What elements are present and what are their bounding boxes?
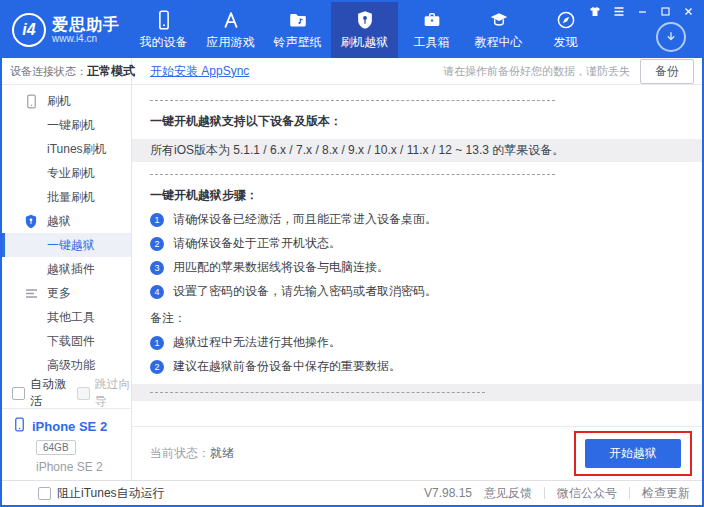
sidebar-item-advanced-features[interactable]: 高级功能: [2, 353, 131, 377]
app-window: i4 爱思助手 www.i4.cn 我的设备 应用游戏: [0, 0, 704, 507]
nav-tutorial-center[interactable]: 教程中心: [465, 2, 532, 58]
start-jailbreak-button[interactable]: 开始越狱: [585, 439, 681, 468]
jailbreak-step: 4 设置了密码的设备，请先输入密码或者取消密码。: [150, 283, 702, 300]
supported-devices-title: 一键开机越狱支持以下设备及版本：: [150, 113, 702, 130]
sidebar-item-pro-flash[interactable]: 专业刷机: [2, 161, 131, 185]
dashed-separator: [150, 392, 485, 393]
jailbreak-step: 3 用匹配的苹果数据线将设备与电脑连接。: [150, 259, 702, 276]
step-text: 请确保设备处于正常开机状态。: [173, 235, 341, 252]
close-button[interactable]: [683, 6, 694, 17]
toolbox-icon: [421, 9, 443, 31]
sidebar-item-label: 更多: [47, 285, 71, 302]
sidebar-item-other-tools[interactable]: 其他工具: [2, 305, 131, 329]
note-item: 1 越狱过程中无法进行其他操作。: [150, 334, 702, 351]
ringtone-folder-icon: [287, 9, 309, 31]
check-update-link[interactable]: 检查更新: [642, 485, 690, 502]
sidebar-item-download-firmware[interactable]: 下载固件: [2, 329, 131, 353]
download-manager-button[interactable]: [656, 22, 686, 52]
skip-wizard-label: 跳过向导: [95, 376, 132, 410]
note-text: 建议在越狱前备份设备中保存的重要数据。: [173, 358, 401, 375]
backup-notice-text: 请在操作前备份好您的数据，谨防丢失: [443, 64, 630, 79]
graduation-cap-icon: [488, 9, 510, 31]
skip-wizard-checkbox[interactable]: [77, 387, 90, 400]
sidebar-menu: 刷机 一键刷机 iTunes刷机 专业刷机 批量刷机 越狱 一键越狱 越狱插件: [2, 85, 131, 378]
backup-button[interactable]: 备份: [640, 59, 694, 84]
main-nav: 我的设备 应用游戏 铃声壁纸 刷机越狱: [130, 2, 599, 58]
shield-key-icon: [354, 9, 376, 31]
status-bar: 阻止iTunes自动运行 V7.98.15 意见反馈 微信公众号 检查更新: [2, 480, 702, 505]
note-number-badge: 1: [150, 336, 164, 350]
connection-status-value: 正常模式: [87, 63, 135, 80]
nav-flash-jailbreak[interactable]: 刷机越狱: [331, 2, 398, 58]
device-phone-icon: [14, 417, 25, 435]
current-status-value: 就绪: [210, 446, 234, 460]
jailbreak-steps-title: 一键开机越狱步骤：: [150, 187, 702, 204]
note-text: 越狱过程中无法进行其他操作。: [173, 334, 341, 351]
minimize-button[interactable]: [637, 6, 648, 17]
app-logo: i4 爱思助手 www.i4.cn: [2, 2, 130, 58]
action-bar: 当前状态：就绪 开始越狱: [132, 426, 702, 480]
sidebar-item-label: 越狱: [47, 213, 71, 230]
sidebar-item-label: 高级功能: [47, 357, 95, 374]
sidebar-item-label: 批量刷机: [47, 189, 95, 206]
connection-status-label: 设备连接状态：: [10, 64, 87, 79]
red-highlight-annotation: 开始越狱: [574, 431, 692, 476]
jailbreak-step: 1 请确保设备已经激活，而且能正常进入设备桌面。: [150, 211, 702, 228]
sidebar-item-label: 下载固件: [47, 333, 95, 350]
nav-label: 发现: [554, 34, 578, 51]
maximize-button[interactable]: [660, 6, 671, 17]
app-header: i4 爱思助手 www.i4.cn 我的设备 应用游戏: [2, 2, 702, 58]
logo-i4-icon: i4: [12, 13, 46, 47]
wechat-account-link[interactable]: 微信公众号: [557, 485, 617, 502]
current-status-label: 当前状态：: [150, 446, 210, 460]
sidebar-item-jailbreak-plugins[interactable]: 越狱插件: [2, 257, 131, 281]
auto-activate-label: 自动激活: [30, 376, 67, 410]
sidebar-item-label: 其他工具: [47, 309, 95, 326]
compass-icon: [555, 9, 577, 31]
sidebar-item-label: 一键越狱: [47, 237, 95, 254]
note-number-badge: 2: [150, 360, 164, 374]
appstore-icon: [220, 9, 242, 31]
sidebar-item-label: 一键刷机: [47, 117, 95, 134]
step-text: 请确保设备已经激活，而且能正常进入设备桌面。: [173, 211, 437, 228]
nav-toolbox[interactable]: 工具箱: [398, 2, 465, 58]
device-info-panel[interactable]: iPhone SE 2 64GB iPhone SE 2: [2, 408, 131, 480]
block-itunes-label: 阻止iTunes自动运行: [57, 485, 165, 502]
supported-versions-row: 所有iOS版本为 5.1.1 / 6.x / 7.x / 8.x / 9.x /…: [132, 139, 702, 162]
nav-ringtones-wallpapers[interactable]: 铃声壁纸: [264, 2, 331, 58]
sidebar-item-one-click-jailbreak[interactable]: 一键越狱: [2, 233, 131, 257]
nav-label: 刷机越狱: [341, 34, 389, 51]
app-title: 爱思助手: [52, 16, 120, 33]
nav-my-devices[interactable]: 我的设备: [130, 2, 197, 58]
more-list-icon: [23, 288, 39, 299]
sidebar-item-flash[interactable]: 刷机: [2, 89, 131, 113]
install-appsync-link[interactable]: 开始安装 AppSync: [150, 63, 249, 80]
step-number-badge: 2: [150, 237, 164, 251]
auto-activate-checkbox[interactable]: [12, 387, 25, 400]
step-text: 用匹配的苹果数据线将设备与电脑连接。: [173, 259, 389, 276]
sidebar-item-label: iTunes刷机: [47, 141, 107, 158]
menu-icon[interactable]: [613, 6, 625, 17]
sidebar-checkbox-row: 自动激活 跳过向导: [2, 378, 131, 408]
device-name: iPhone SE 2: [32, 419, 107, 434]
current-status-text: 当前状态：就绪: [150, 445, 234, 462]
feedback-link[interactable]: 意见反馈: [484, 485, 532, 502]
sidebar-item-batch-flash[interactable]: 批量刷机: [2, 185, 131, 209]
window-controls: [589, 6, 694, 17]
dashed-separator: [150, 174, 555, 175]
sidebar-item-label: 专业刷机: [47, 165, 95, 182]
sidebar-item-jailbreak[interactable]: 越狱: [2, 209, 131, 233]
sidebar-item-more[interactable]: 更多: [2, 281, 131, 305]
note-item: 2 建议在越狱前备份设备中保存的重要数据。: [150, 358, 702, 375]
nav-label: 工具箱: [414, 34, 450, 51]
sidebar-item-itunes-flash[interactable]: iTunes刷机: [2, 137, 131, 161]
download-arrow-icon: [663, 29, 679, 45]
app-site-url: www.i4.cn: [52, 33, 120, 45]
theme-skin-icon[interactable]: [589, 6, 601, 17]
nav-label: 我的设备: [140, 34, 188, 51]
sidebar-item-one-click-flash[interactable]: 一键刷机: [2, 113, 131, 137]
block-itunes-checkbox[interactable]: [38, 487, 51, 500]
nav-apps-games[interactable]: 应用游戏: [197, 2, 264, 58]
dashed-separator: [150, 100, 555, 101]
step-number-badge: 1: [150, 213, 164, 227]
